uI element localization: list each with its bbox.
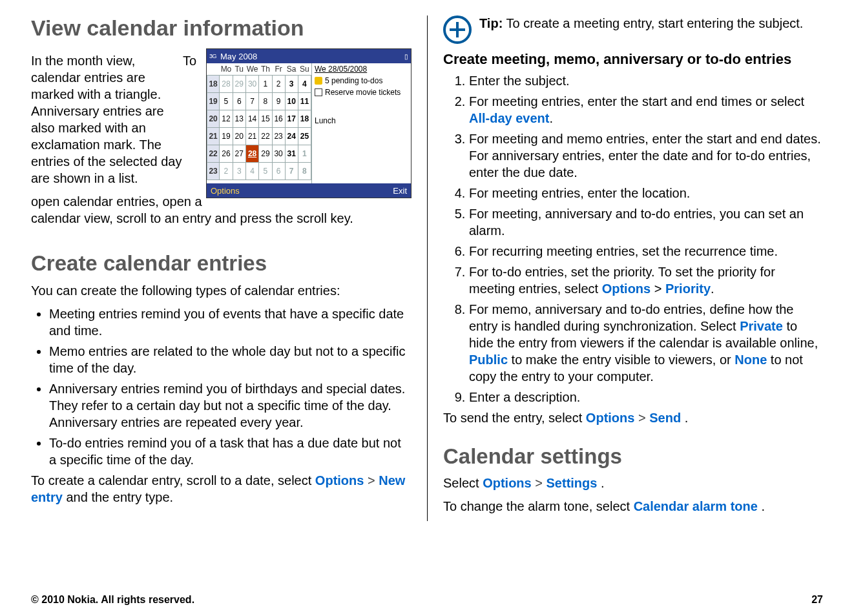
tip-text: To create a meeting entry, start enterin… [503, 16, 803, 30]
entry-reserve: Reserve movie tickets [325, 88, 401, 97]
send-entry-instruction: To send the entry, select Options > Send… [443, 409, 823, 426]
intro-paragraph-1: In the month view, calendar entries are … [31, 52, 183, 187]
list-item: Enter a description. [469, 389, 823, 406]
breadcrumb-separator: > [368, 473, 379, 488]
create-intro: You can create the following types of ca… [31, 282, 411, 299]
text-span: For meeting entries, enter the start and… [469, 94, 804, 108]
text-span: To send the entry, select [443, 411, 586, 425]
list-item: For recurring meeting entries, set the r… [469, 243, 823, 260]
page-number: 27 [811, 594, 823, 606]
subheading-create-types: Create meeting, memo, anniversary or to-… [443, 50, 823, 68]
tip-block: Tip: To create a meeting entry, start en… [443, 15, 823, 44]
text-span: To create a calendar entry, scroll to a … [31, 473, 315, 488]
list-item: For meeting and memo entries, enter the … [469, 130, 823, 181]
list-item: For meeting entries, enter the start and… [469, 93, 823, 127]
steps-list: Enter the subject.For meeting entries, e… [443, 72, 823, 406]
create-entry-instruction: To create a calendar entry, scroll to a … [31, 472, 411, 506]
list-item: Memo entries are related to the whole da… [49, 343, 411, 376]
selected-date: We 28/05/2008 [315, 65, 408, 74]
text-span: > [651, 282, 665, 296]
text-span: . [601, 476, 605, 490]
copyright-text: © 2010 Nokia. All rights reserved. [31, 594, 194, 606]
heading-view-calendar: View calendar information [31, 15, 411, 41]
text-span: . [711, 282, 714, 296]
entry-lunch: Lunch [315, 116, 336, 125]
breadcrumb-separator: > [535, 476, 546, 490]
keyword: Private [740, 319, 783, 333]
settings-keyword: Settings [547, 476, 598, 490]
text-span: to make the entry visible to viewers, or [508, 353, 734, 367]
keyword: Options [602, 282, 651, 296]
keyword: All-day event [469, 111, 549, 125]
text-span: . [761, 499, 765, 513]
text-span: and the entry type. [66, 490, 173, 504]
options-keyword: Options [483, 476, 532, 490]
send-keyword: Send [649, 411, 681, 425]
keyword: Public [469, 353, 508, 367]
settings-path: Select Options > Settings . [443, 475, 823, 491]
list-item: Enter the subject. [469, 72, 823, 89]
heading-calendar-settings: Calendar settings [443, 444, 823, 469]
plus-circle-icon [443, 15, 472, 44]
list-item: Meeting entries remind you of events tha… [49, 305, 411, 339]
tip-label: Tip: [479, 16, 503, 30]
checkbox-icon [315, 88, 322, 96]
list-item: To-do entries remind you of a task that … [49, 435, 411, 468]
options-keyword: Options [315, 473, 364, 488]
todo-icon [315, 77, 322, 85]
list-item: For memo, anniversary and to-do entries,… [469, 301, 823, 385]
screenshot-title: May 2008 [220, 52, 257, 61]
text-span: Select [443, 476, 483, 490]
calendar-alarm-tone-keyword: Calendar alarm tone [634, 499, 758, 513]
keyword: None [734, 353, 767, 367]
month-grid: MoTuWeThFrSaSu18282930123419567891011201… [207, 63, 311, 183]
pending-todos: 5 pending to-dos [325, 76, 382, 85]
softkey-right: Exit [393, 186, 407, 196]
text-span: To change the alarm tone, select [443, 499, 634, 513]
breadcrumb-separator: > [638, 411, 649, 425]
list-item: For meeting entries, enter the location. [469, 185, 823, 201]
entry-types-list: Meeting entries remind you of events tha… [31, 305, 411, 468]
calendar-screenshot: 3G May 2008 ▯ MoTuWeThFrSaSu182829301234… [206, 48, 411, 198]
list-item: For to-do entries, set the priority. To … [469, 263, 823, 297]
options-keyword: Options [586, 411, 635, 425]
battery-icon: ▯ [404, 53, 408, 60]
list-item: For meeting, anniversary and to-do entri… [469, 205, 823, 239]
text-span: . [685, 411, 689, 425]
day-entries-panel: We 28/05/2008 5 pending to-dos Reserve m… [311, 63, 411, 183]
text-span: . [549, 111, 553, 125]
keyword: Priority [665, 282, 711, 296]
softkey-left: Options [211, 186, 240, 196]
list-item: Anniversary entries remind you of birthd… [49, 380, 411, 431]
signal-indicator: 3G [209, 53, 216, 59]
heading-create-entries: Create calendar entries [31, 251, 411, 276]
alarm-tone-instruction: To change the alarm tone, select Calenda… [443, 498, 823, 515]
